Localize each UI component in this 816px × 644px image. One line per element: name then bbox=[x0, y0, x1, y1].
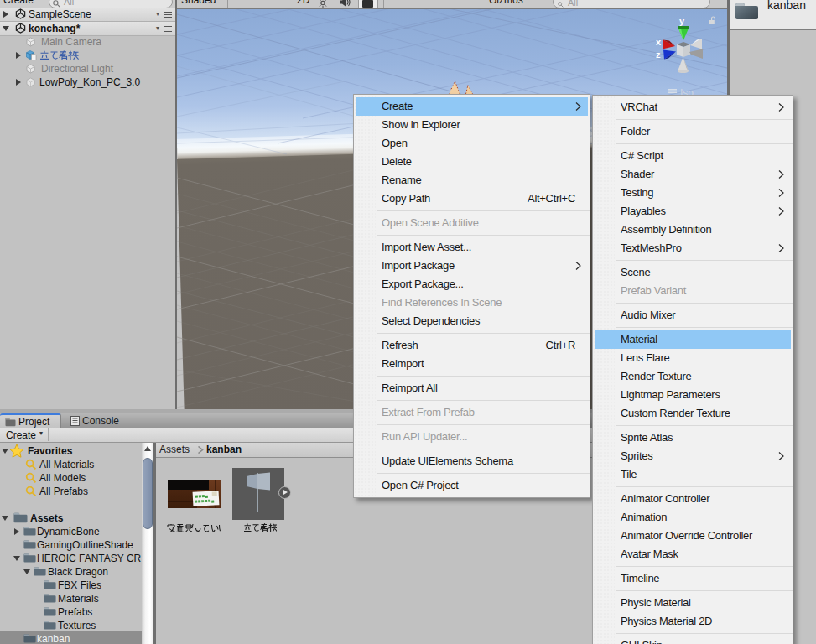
svg-text:x: x bbox=[656, 37, 662, 47]
svg-text:z: z bbox=[656, 49, 661, 60]
svg-text:y: y bbox=[679, 16, 685, 26]
